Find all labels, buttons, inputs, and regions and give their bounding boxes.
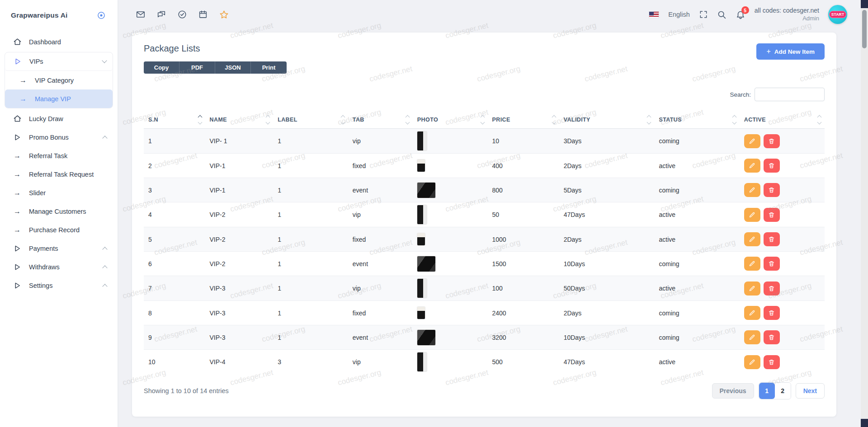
column-label: ACTIVE bbox=[744, 117, 766, 123]
search-icon[interactable] bbox=[717, 10, 726, 19]
column-header-photo[interactable]: PHOTO bbox=[413, 111, 488, 129]
cell-label: 1 bbox=[273, 202, 348, 227]
page-button-1[interactable]: 1 bbox=[759, 383, 775, 399]
column-header-active[interactable]: ACTIVE bbox=[740, 111, 825, 129]
play-icon bbox=[13, 244, 22, 253]
sidebar-item-settings[interactable]: Settings bbox=[5, 276, 113, 295]
sort-carets[interactable] bbox=[481, 116, 484, 124]
delete-button[interactable] bbox=[764, 330, 780, 344]
star-icon[interactable] bbox=[219, 9, 229, 20]
cell-label: 3 bbox=[273, 350, 348, 375]
edit-button[interactable] bbox=[744, 208, 760, 222]
sidebar-item-referral-task-request[interactable]: →Referral Task Request bbox=[5, 165, 113, 183]
sidebar-item-slider[interactable]: →Slider bbox=[5, 183, 113, 202]
edit-button[interactable] bbox=[744, 232, 760, 246]
mail-icon[interactable] bbox=[136, 9, 146, 19]
sidebar-item-referral-task[interactable]: →Referral Task bbox=[5, 146, 113, 165]
sidebar-item-vip-category[interactable]: →VIP Category bbox=[5, 71, 113, 89]
sort-carets[interactable] bbox=[406, 116, 409, 124]
edit-button[interactable] bbox=[744, 159, 760, 173]
table-row: 2VIP-11fixed4002Daysactive bbox=[144, 154, 825, 178]
export-print-button[interactable]: Print bbox=[251, 61, 287, 74]
sidebar-item-withdraws[interactable]: Withdraws bbox=[5, 258, 113, 276]
edit-button[interactable] bbox=[744, 183, 760, 197]
edit-button[interactable] bbox=[744, 257, 760, 271]
export-json-button[interactable]: JSON bbox=[215, 61, 251, 74]
sidebar-item-promo-bonus[interactable]: Promo Bonus bbox=[5, 128, 113, 146]
sidebar-item-label: Settings bbox=[29, 282, 103, 289]
cell-tab: vip bbox=[348, 129, 413, 154]
column-header-price[interactable]: PRICE bbox=[488, 111, 559, 129]
cell-photo bbox=[413, 325, 488, 350]
check-circle-icon[interactable] bbox=[177, 9, 187, 19]
add-new-item-button[interactable]: + Add New Item bbox=[756, 43, 825, 60]
column-header-tab[interactable]: TAB bbox=[348, 111, 413, 129]
avatar[interactable]: START bbox=[828, 5, 847, 24]
cell-label: 1 bbox=[273, 252, 348, 276]
cell-label: 1 bbox=[273, 301, 348, 325]
table-row: 9VIP-31event320010Dayscoming bbox=[144, 325, 825, 350]
delete-button[interactable] bbox=[764, 183, 780, 197]
product-photo bbox=[417, 205, 427, 224]
sort-asc-icon bbox=[817, 115, 822, 120]
cell-name: VIP-2 bbox=[205, 202, 274, 227]
sidebar-item-dashboard[interactable]: Dashboard bbox=[5, 33, 113, 51]
delete-button[interactable] bbox=[764, 282, 780, 296]
notifications-bell[interactable]: 5 bbox=[736, 9, 745, 19]
column-header-name[interactable]: NAME bbox=[205, 111, 274, 129]
cell-tab: event bbox=[348, 178, 413, 202]
delete-button[interactable] bbox=[764, 159, 780, 173]
home-icon bbox=[13, 38, 22, 47]
sort-carets[interactable] bbox=[341, 116, 344, 124]
delete-button[interactable] bbox=[764, 257, 780, 271]
search-input[interactable] bbox=[755, 88, 825, 101]
delete-button[interactable] bbox=[764, 306, 780, 320]
sort-carets[interactable] bbox=[266, 116, 269, 124]
sidebar-item-vips[interactable]: VIPs bbox=[5, 52, 113, 71]
export-pdf-button[interactable]: PDF bbox=[179, 61, 215, 74]
scrollbar-thumb[interactable] bbox=[862, 10, 867, 48]
next-page-button[interactable]: Next bbox=[796, 383, 825, 399]
sidebar-item-purchase-record[interactable]: →Purchase Record bbox=[5, 221, 113, 239]
calendar-icon[interactable] bbox=[198, 9, 208, 19]
column-header-s-n[interactable]: S.N bbox=[144, 111, 205, 129]
fullscreen-icon[interactable] bbox=[699, 10, 708, 19]
cell-name: VIP-2 bbox=[205, 227, 274, 252]
sidebar-item-manage-vip[interactable]: →Manage VIP bbox=[5, 89, 113, 108]
column-header-status[interactable]: STATUS bbox=[654, 111, 739, 129]
sort-asc-icon bbox=[732, 115, 736, 120]
edit-button[interactable] bbox=[744, 282, 760, 296]
column-label: PHOTO bbox=[417, 117, 438, 123]
edit-button[interactable] bbox=[744, 306, 760, 320]
sort-carets[interactable] bbox=[552, 116, 556, 124]
sort-carets[interactable] bbox=[818, 116, 821, 124]
sidebar-toggle-icon[interactable] bbox=[97, 11, 106, 20]
edit-button[interactable] bbox=[744, 134, 760, 148]
column-header-validity[interactable]: VALIDITY bbox=[559, 111, 655, 129]
export-copy-button[interactable]: Copy bbox=[144, 61, 179, 74]
vertical-scrollbar[interactable] bbox=[861, 0, 868, 427]
sort-carets[interactable] bbox=[647, 116, 651, 124]
delete-button[interactable] bbox=[764, 355, 780, 369]
delete-button[interactable] bbox=[764, 232, 780, 246]
sidebar-item-lucky-draw[interactable]: Lucky Draw bbox=[5, 109, 113, 128]
cell-name: VIP-1 bbox=[205, 178, 274, 202]
column-header-label[interactable]: LABEL bbox=[273, 111, 348, 129]
sort-desc-icon bbox=[480, 120, 485, 125]
edit-button[interactable] bbox=[744, 330, 760, 344]
column-label: TAB bbox=[353, 117, 364, 123]
play-icon bbox=[13, 281, 22, 290]
page-button-2[interactable]: 2 bbox=[775, 383, 791, 399]
sort-carets[interactable] bbox=[733, 116, 736, 124]
sort-carets[interactable] bbox=[198, 116, 202, 124]
sidebar-item-manage-customers[interactable]: →Manage Customers bbox=[5, 202, 113, 221]
chat-icon[interactable] bbox=[156, 9, 166, 19]
delete-button[interactable] bbox=[764, 134, 780, 148]
sidebar-item-payments[interactable]: Payments bbox=[5, 239, 113, 258]
delete-button[interactable] bbox=[764, 208, 780, 222]
edit-button[interactable] bbox=[744, 355, 760, 369]
language-selector[interactable]: English bbox=[668, 11, 690, 18]
column-label: VALIDITY bbox=[564, 117, 590, 123]
previous-page-button[interactable]: Previous bbox=[712, 383, 754, 399]
table-row: 1VIP- 11vip103Dayscoming bbox=[144, 129, 825, 154]
